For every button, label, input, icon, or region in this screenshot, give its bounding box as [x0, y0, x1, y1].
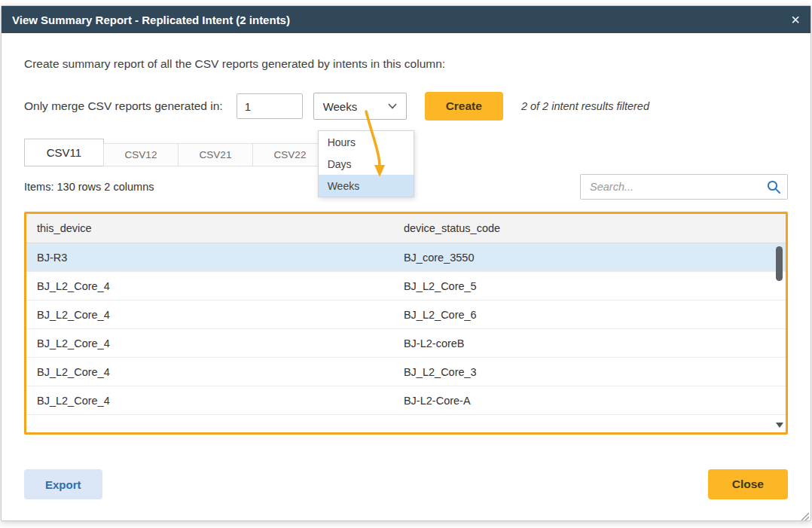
- dialog-titlebar[interactable]: View Summary Report - Replicated Intent …: [2, 6, 810, 33]
- cell-device-status-code: BJ_L2_Core_5: [402, 280, 786, 292]
- table-row[interactable]: BJ_L2_Core_4 BJ_L2_Core_6: [26, 301, 786, 329]
- create-button[interactable]: Create: [425, 92, 503, 121]
- tab-csv22[interactable]: CSV22: [252, 143, 328, 166]
- dialog-title: View Summary Report - Replicated Intent …: [12, 14, 290, 26]
- cell-device-status-code: BJ_L2_Core_6: [402, 309, 786, 321]
- resize-grip-icon: [800, 511, 809, 520]
- tab-csv11[interactable]: CSV11: [24, 139, 104, 166]
- scrollbar-thumb[interactable]: [776, 246, 783, 281]
- column-header-device-status-code[interactable]: device_status_code: [402, 222, 786, 234]
- merge-controls: Only merge CSV reports generated in: Wee…: [24, 92, 788, 121]
- cell-this-device: BJ_L2_Core_4: [26, 395, 402, 407]
- table-row[interactable]: BJ_L2_Core_4 BJ-L2-coreB: [26, 329, 786, 358]
- cell-device-status-code: BJ-L2-coreB: [402, 337, 786, 349]
- dialog-content: Create summary report of all the CSV rep…: [2, 57, 810, 499]
- resize-handle[interactable]: [800, 510, 809, 519]
- duration-input[interactable]: [237, 93, 303, 119]
- cell-this-device: BJ_L2_Core_4: [26, 309, 402, 321]
- unit-select[interactable]: Weeks: [313, 93, 407, 120]
- items-summary: Items: 130 rows 2 columns: [24, 181, 154, 193]
- search-icon[interactable]: [766, 179, 781, 194]
- table-row[interactable]: BJ_L2_Core_4 BJ-L2-Core-A: [26, 386, 786, 415]
- chevron-down-icon: [388, 103, 397, 109]
- search-input[interactable]: [588, 180, 766, 194]
- table-row[interactable]: BJ_L2_Core_4 BJ_L2_Core_5: [26, 272, 786, 301]
- dropdown-option-hours[interactable]: Hours: [319, 131, 414, 153]
- table-scrollbar[interactable]: [774, 244, 785, 431]
- search-box: [580, 174, 788, 200]
- dialog-footer: Export Close: [24, 469, 788, 499]
- results-table: this_device device_status_code BJ-R3 BJ_…: [24, 212, 788, 435]
- merge-label: Only merge CSV reports generated in:: [24, 99, 223, 113]
- tab-csv21[interactable]: CSV21: [178, 143, 253, 166]
- table-row[interactable]: BJ_L2_Core_4 BJ_L2_Core_3: [26, 358, 786, 386]
- export-button[interactable]: Export: [24, 469, 102, 499]
- scroll-down-arrow-icon[interactable]: [776, 423, 783, 428]
- dropdown-option-weeks[interactable]: Weeks: [319, 175, 414, 197]
- cell-this-device: BJ_L2_Core_4: [26, 366, 402, 378]
- unit-dropdown-menu: Hours Days Weeks: [318, 130, 414, 197]
- intro-text: Create summary report of all the CSV rep…: [24, 57, 788, 71]
- cell-this-device: BJ_L2_Core_4: [26, 280, 402, 292]
- cell-device-status-code: BJ_core_3550: [402, 252, 786, 264]
- close-icon[interactable]: ×: [791, 12, 800, 27]
- tab-csv12[interactable]: CSV12: [103, 143, 179, 166]
- column-header-this-device[interactable]: this_device: [26, 222, 402, 234]
- dropdown-option-days[interactable]: Days: [319, 153, 414, 175]
- table-row[interactable]: BJ-R3 BJ_core_3550: [26, 243, 786, 272]
- cell-this-device: BJ-R3: [26, 252, 402, 264]
- cell-device-status-code: BJ-L2-Core-A: [402, 395, 786, 407]
- unit-select-value: Weeks: [323, 100, 358, 113]
- table-header-row: this_device device_status_code: [26, 214, 786, 243]
- close-button[interactable]: Close: [708, 469, 788, 499]
- cell-device-status-code: BJ_L2_Core_3: [402, 366, 786, 378]
- summary-report-dialog: View Summary Report - Replicated Intent …: [1, 5, 811, 521]
- filter-status-text: 2 of 2 intent results filtered: [521, 100, 649, 112]
- cell-this-device: BJ_L2_Core_4: [26, 337, 402, 349]
- table-body: BJ-R3 BJ_core_3550 BJ_L2_Core_4 BJ_L2_Co…: [26, 243, 786, 415]
- unit-select-wrap: Weeks Hours Days Weeks: [313, 93, 407, 120]
